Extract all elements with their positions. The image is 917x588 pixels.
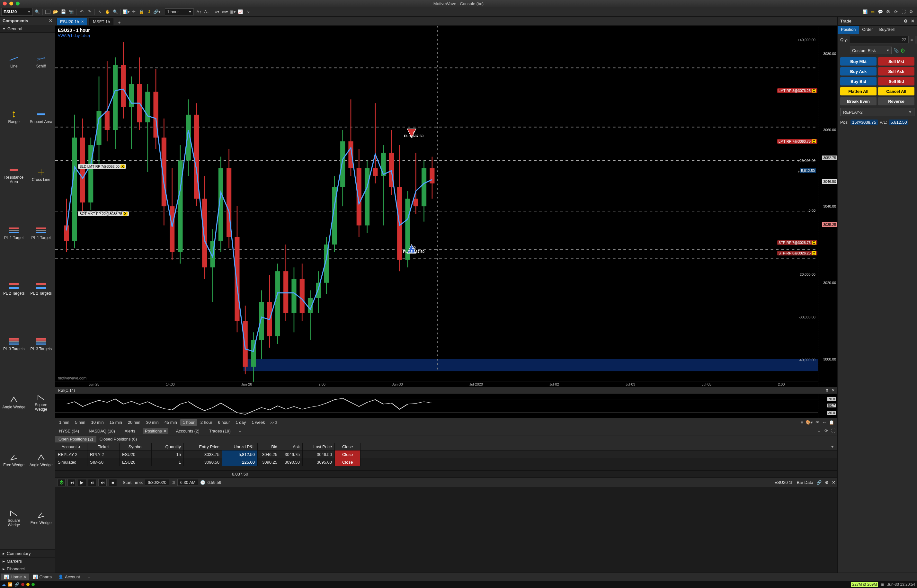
settings-gear-icon[interactable]: ⚙ (907, 8, 915, 16)
cursor-icon[interactable]: ↖ (96, 8, 104, 16)
page-tab-home[interactable]: 📊Home✕ (1, 573, 29, 580)
font-increase-icon[interactable]: A↑ (195, 8, 203, 16)
clock-icon[interactable]: 🕒 (200, 480, 205, 485)
chart-tab-ESU20-1h[interactable]: ESU20 1h✕ (57, 18, 87, 25)
trade-cancel-icon[interactable]: X (121, 165, 125, 168)
trade-cancel-icon[interactable]: X (123, 212, 127, 216)
cloud-icon[interactable]: ☁ (2, 582, 6, 587)
components-section-general[interactable]: ▼ General (0, 25, 55, 33)
overlay-icon[interactable]: ▭ (869, 8, 877, 16)
positions-subtab[interactable]: Open Positions (2) (55, 436, 96, 443)
auto-scale-icon[interactable]: ⇕ (145, 8, 153, 16)
table-header-ask[interactable]: Ask (280, 443, 303, 450)
justify-icon[interactable]: ≡▾ (213, 8, 221, 16)
order-cancel-icon[interactable]: C (812, 241, 816, 244)
add-data-tab-button[interactable]: ＋ (238, 428, 242, 434)
table-row[interactable]: REPLAY-2RPLY-2ESU20153038.755,812.503046… (55, 451, 837, 458)
component-free-wedge[interactable]: Free Wedge (1, 433, 27, 488)
table-header-unrlzd-p-l[interactable]: Unrlzd P&L (222, 443, 258, 450)
component-support-area[interactable]: Support Area (28, 90, 55, 145)
attach-icon[interactable]: 📎 (894, 48, 899, 53)
timeframe-2-hour[interactable]: 2 hour (198, 419, 215, 426)
component-square-wedge[interactable]: Square Wedge (1, 489, 27, 548)
component-line[interactable]: Line (1, 34, 27, 89)
order-cancel-icon[interactable]: C (812, 89, 816, 92)
data-tabs-tool-2[interactable]: ⛶ (831, 428, 835, 434)
order-marker[interactable]: LMT-RP 8@3076.25C (777, 88, 817, 93)
link-icon[interactable]: 🔗 (15, 582, 19, 587)
memory-usage[interactable]: 227M of 269M (851, 582, 878, 587)
component-schiff[interactable]: Schiff (28, 34, 55, 89)
break-even-button[interactable]: Break Even (840, 97, 877, 105)
timeframe-1-min[interactable]: 1 min (57, 419, 72, 426)
replay-power-button[interactable]: ⏻ (57, 479, 66, 486)
trade-tab-position[interactable]: Position (838, 26, 859, 34)
component-pl-2-targets[interactable]: PL 2 Targets (28, 261, 55, 316)
table-header-bid[interactable]: Bid (258, 443, 280, 450)
order-marker[interactable]: STP-RP 8@3026.25C (777, 251, 817, 255)
trade-tab-buy-sell[interactable]: Buy/Sell (876, 26, 898, 34)
replay-link-icon[interactable]: 🔗 (817, 480, 822, 485)
hand-icon[interactable]: ✋ (104, 8, 111, 16)
replay-rewind-button[interactable]: ⏮ (68, 479, 76, 486)
chart-tab-MSFT-1h[interactable]: MSFT 1h (89, 18, 113, 25)
chat-icon[interactable]: 💬 (877, 8, 884, 16)
trade-tab-order[interactable]: Order (859, 26, 876, 34)
component-square-wedge[interactable]: Square Wedge (28, 373, 55, 432)
order-marker[interactable]: LMT-RP 7@3060.75C (777, 139, 817, 144)
table-header-ticket[interactable]: Ticket (87, 443, 119, 450)
chart-tool-icon-4[interactable]: 📋 (829, 420, 834, 425)
data-tabs-tool-1[interactable]: ⟳ (825, 428, 828, 434)
account-select[interactable]: REPLAY-2 ▼ (840, 108, 914, 116)
study-icon[interactable]: 📈 (236, 8, 244, 16)
trash-icon[interactable]: 🗑 (881, 582, 885, 587)
chart-tool-icon-1[interactable]: 🎨▾ (806, 420, 813, 425)
tools-icon[interactable]: 🛠 (884, 8, 892, 16)
timeframe-20-min[interactable]: 20 min (125, 419, 143, 426)
order-cancel-icon[interactable]: C (812, 139, 816, 143)
tab-close-icon[interactable]: ✕ (23, 575, 26, 579)
bar-type-icon[interactable]: 📊▾ (122, 8, 130, 16)
chart-tool-icon-0[interactable]: ≡ (800, 420, 803, 425)
qty-stepper-icon[interactable]: ≡ (911, 37, 913, 42)
rsi-chart[interactable]: 70.050.730.0 (55, 394, 837, 418)
tab-close-icon[interactable]: ✕ (81, 19, 84, 24)
close-position-button[interactable]: Close (335, 458, 360, 466)
lock-candle-icon[interactable]: 🔒 (137, 8, 145, 16)
trade-marker[interactable]: SLD LMT-RP 7@3052.00X (78, 164, 126, 169)
component-free-wedge[interactable]: Free Wedge (28, 489, 55, 548)
power-icon[interactable]: ⏻ (901, 48, 905, 53)
zoom-icon[interactable]: 🔍 (111, 8, 119, 16)
add-page-tab-button[interactable]: ＋ (87, 574, 91, 580)
trade-marker[interactable]: BOT MKT-RP 22@3038.75X (78, 212, 129, 216)
components-accordion-fibonacci[interactable]: ▶Fibonacci (0, 565, 55, 573)
trade-close-icon[interactable]: ✕ (911, 19, 914, 23)
timeframe-45-min[interactable]: 45 min (162, 419, 179, 426)
replay-close-icon[interactable]: ✕ (832, 480, 835, 485)
open-icon[interactable]: 📂 (52, 8, 60, 16)
link-icon[interactable]: 🔗▾ (153, 8, 161, 16)
component-angle-wedge[interactable]: Angle Wedge (28, 433, 55, 488)
timeframe-1-day[interactable]: 1 day (233, 419, 249, 426)
calendar-icon[interactable]: 🗓 (171, 480, 176, 485)
close-position-button[interactable]: Close (335, 451, 360, 458)
tab-close-icon[interactable]: ✕ (163, 429, 166, 433)
replay-stop-button[interactable]: ■ (108, 479, 117, 486)
timeframe-1-hour[interactable]: 1 hour (180, 419, 197, 426)
reverse-button[interactable]: Reverse (878, 97, 914, 105)
replay-gear-icon[interactable]: ⚙ (825, 480, 829, 485)
table-header-close[interactable]: Close (335, 443, 360, 450)
search-icon[interactable]: 🔍 (34, 8, 41, 16)
zoom-window-button[interactable] (16, 2, 19, 5)
replay-forward-button[interactable]: ⏭ (98, 479, 107, 486)
data-tab-accounts[interactable]: Accounts (2) (174, 428, 202, 434)
timeframe-30-min[interactable]: 30 min (144, 419, 161, 426)
sell-mkt-button[interactable]: Sell Mkt (878, 57, 914, 66)
add-tab-button[interactable]: ＋ (115, 19, 123, 25)
layout-icon[interactable]: ▭▾ (221, 8, 229, 16)
components-accordion-commentary[interactable]: ▶Commentary (0, 549, 55, 557)
font-decrease-icon[interactable]: A↓ (203, 8, 210, 16)
positions-subtab[interactable]: Closed Positions (6) (96, 436, 140, 443)
close-icon[interactable]: ✕ (49, 18, 52, 23)
symbol-select[interactable]: ESU20 ▼ (1, 8, 33, 16)
